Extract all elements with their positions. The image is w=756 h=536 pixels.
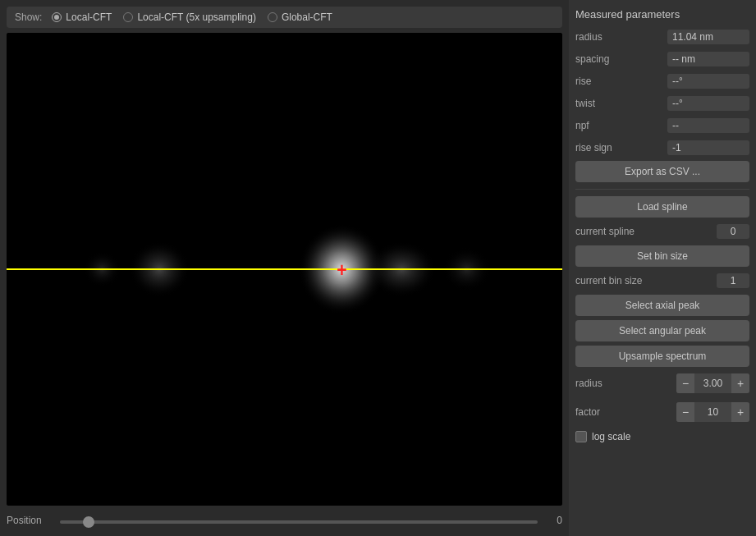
radio-circle-local-cft [52, 12, 62, 22]
param-value-twist: --° [667, 96, 749, 111]
left-panel: Show: Local-CFT Local-CFT (5x upsampling… [0, 0, 569, 536]
radio-circle-local-cft-5x [123, 12, 133, 22]
load-spline-button[interactable]: Load spline [575, 196, 749, 218]
position-slider[interactable] [60, 520, 538, 524]
current-bin-size-row: current bin size 1 [575, 271, 749, 291]
radius-spinner-label: radius [575, 378, 625, 389]
factor-decrement-button[interactable]: − [676, 402, 694, 422]
current-bin-size-label: current bin size [575, 275, 642, 286]
param-label-radius: radius [575, 31, 633, 43]
svg-text:+: + [337, 258, 346, 281]
param-label-twist: twist [575, 98, 633, 109]
radio-local-cft[interactable]: Local-CFT [52, 11, 112, 23]
param-label-spacing: spacing [575, 53, 633, 65]
upsample-spectrum-button[interactable]: Upsample spectrum [575, 346, 749, 367]
current-spline-value: 0 [717, 224, 749, 239]
radius-spinner-control: − 3.00 + [676, 373, 749, 393]
select-axial-peak-button[interactable]: Select axial peak [575, 295, 749, 316]
current-spline-row: current spline 0 [575, 222, 749, 241]
param-value-rise: --° [667, 74, 749, 89]
cft-canvas: + [7, 33, 562, 506]
cft-canvas-area[interactable]: + [7, 33, 562, 506]
position-value: 0 [546, 515, 562, 526]
divider-1 [575, 189, 749, 190]
param-value-rise-sign: -1 [667, 140, 749, 155]
show-label: Show: [15, 11, 42, 23]
radio-circle-global-cft [268, 12, 277, 22]
radio-label-local-cft: Local-CFT [66, 11, 112, 23]
position-label: Position [7, 515, 52, 526]
param-row-twist: twist --° [575, 94, 749, 112]
radius-spinner-value: 3.00 [694, 378, 731, 389]
param-row-radius: radius 11.04 nm [575, 28, 749, 46]
radio-label-global-cft: Global-CFT [282, 11, 332, 23]
current-bin-size-value: 1 [717, 273, 749, 288]
measured-params-title: Measured parameters [575, 8, 749, 21]
factor-spinner-row: factor − 10 + [575, 400, 749, 424]
param-row-spacing: spacing -- nm [575, 50, 749, 68]
log-scale-row: log scale [575, 428, 749, 445]
factor-spinner-label: factor [575, 406, 625, 418]
cft-visualization: + [7, 33, 562, 506]
main-layout: Show: Local-CFT Local-CFT (5x upsampling… [0, 0, 756, 536]
log-scale-checkbox[interactable] [575, 431, 587, 442]
select-angular-peak-button[interactable]: Select angular peak [575, 320, 749, 341]
right-panel: Measured parameters radius 11.04 nm spac… [569, 0, 756, 536]
radius-decrement-button[interactable]: − [676, 373, 694, 393]
param-row-npf: npf -- [575, 117, 749, 135]
radius-spinner-row: radius − 3.00 + [575, 371, 749, 396]
show-options-row: Show: Local-CFT Local-CFT (5x upsampling… [7, 7, 562, 28]
factor-spinner-value: 10 [694, 406, 731, 418]
param-value-npf: -- [667, 118, 749, 133]
param-row-rise: rise --° [575, 72, 749, 90]
radius-increment-button[interactable]: + [731, 373, 749, 393]
param-label-npf: npf [575, 120, 633, 131]
current-spline-label: current spline [575, 226, 635, 237]
param-label-rise: rise [575, 76, 633, 87]
param-value-spacing: -- nm [667, 52, 749, 66]
factor-increment-button[interactable]: + [731, 402, 749, 422]
set-bin-size-button[interactable]: Set bin size [575, 245, 749, 267]
param-value-radius: 11.04 nm [667, 30, 749, 44]
factor-spinner-control: − 10 + [676, 402, 749, 422]
export-csv-button[interactable]: Export as CSV ... [575, 161, 749, 182]
radio-label-local-cft-5x: Local-CFT (5x upsampling) [137, 11, 256, 23]
radio-local-cft-5x[interactable]: Local-CFT (5x upsampling) [123, 11, 256, 23]
log-scale-label: log scale [592, 431, 630, 442]
slider-container [60, 514, 538, 526]
param-label-rise-sign: rise sign [575, 142, 633, 153]
position-row: Position 0 [7, 511, 562, 529]
radio-group: Local-CFT Local-CFT (5x upsampling) Glob… [52, 11, 332, 23]
param-row-rise-sign: rise sign -1 [575, 139, 749, 157]
radio-global-cft[interactable]: Global-CFT [268, 11, 332, 23]
